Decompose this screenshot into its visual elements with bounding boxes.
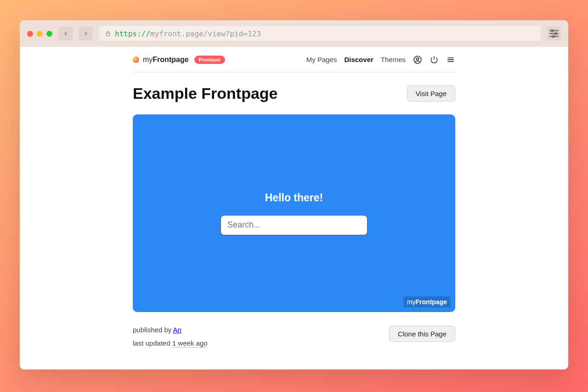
meta-row: published by An last updated 1 week ago … [133,326,455,347]
sliders-icon [547,27,561,40]
author-link[interactable]: An [173,326,181,334]
power-button[interactable] [430,55,439,64]
browser-settings-button[interactable] [547,27,561,40]
browser-toolbar: https://myfront.page/view?pid=123 [20,20,568,47]
brand[interactable]: myFrontpage Premium [133,56,225,64]
clone-page-button[interactable]: Clone this Page [389,326,455,342]
brand-text: myFrontpage [143,56,189,64]
url-protocol: https:// [115,29,150,38]
lock-icon [105,30,111,37]
title-row: Example Frontpage Visit Page [133,85,455,102]
user-circle-icon [413,55,422,64]
url-bar[interactable]: https://myfront.page/view?pid=123 [99,26,541,41]
nav-discover[interactable]: Discover [344,56,373,63]
page-viewport: myFrontpage Premium My Pages Discover Th… [20,47,568,369]
visit-page-button[interactable]: Visit Page [407,85,455,102]
close-window-icon[interactable] [27,31,33,37]
site-nav: My Pages Discover Themes [306,55,455,64]
forward-button[interactable] [79,27,93,40]
preview-watermark: myFrontpage [403,296,451,307]
svg-point-4 [551,30,553,32]
site-header: myFrontpage Premium My Pages Discover Th… [133,47,455,73]
browser-frame: https://myfront.page/view?pid=123 myFron… [20,20,568,369]
svg-point-6 [553,35,554,37]
preview-heading: Hello there! [265,192,323,204]
power-icon [430,55,439,64]
menu-button[interactable] [446,55,455,64]
svg-point-8 [417,57,419,60]
nav-my-pages[interactable]: My Pages [306,56,337,63]
published-by-line: published by An [133,326,208,334]
url-path: myfront.page/view?pid=123 [150,29,261,38]
chevron-right-icon [83,30,89,37]
brand-logo-icon [133,57,139,63]
back-button[interactable] [59,27,73,40]
svg-point-5 [555,33,557,34]
premium-badge: Premium [194,56,225,64]
hamburger-icon [446,55,455,64]
minimize-window-icon[interactable] [37,31,43,37]
nav-themes[interactable]: Themes [381,56,406,63]
window-controls [27,31,52,37]
account-button[interactable] [413,55,422,64]
preview-search-input[interactable] [220,215,368,235]
chevron-left-icon [62,30,69,37]
zoom-window-icon[interactable] [46,31,52,37]
page-preview: Hello there! myFrontpage [133,114,455,312]
page-title: Example Frontpage [133,85,278,102]
updated-time: 1 week ago [172,339,208,347]
last-updated-line: last updated 1 week ago [133,339,208,347]
svg-rect-0 [106,33,110,35]
